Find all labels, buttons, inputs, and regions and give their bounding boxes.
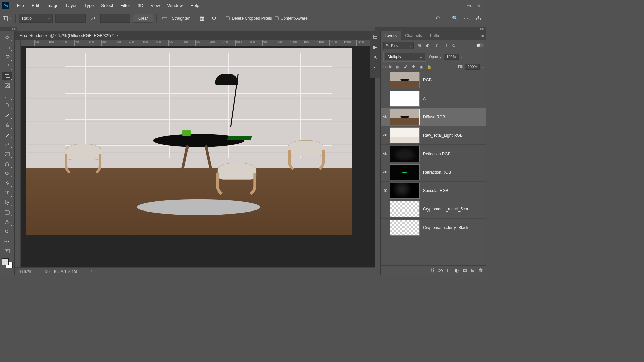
zoom-tool[interactable]: [2, 227, 12, 236]
visibility-eye-icon[interactable]: 👁: [381, 170, 390, 175]
document-tab[interactable]: Final Render.exr @ 66.7% (Diffuse.RGB, R…: [15, 31, 375, 40]
frame-tool[interactable]: [2, 81, 12, 90]
character-panel-icon[interactable]: A: [373, 55, 377, 60]
type-tool[interactable]: T: [2, 188, 12, 197]
tab-paths[interactable]: Paths: [426, 31, 444, 40]
crop-width-field[interactable]: [55, 14, 86, 23]
layer-row[interactable]: 👁Reflection.RGB: [381, 145, 486, 163]
layer-group-icon[interactable]: 🗀: [463, 268, 467, 273]
menu-select[interactable]: Select: [97, 3, 117, 8]
menu-type[interactable]: Type: [80, 3, 97, 8]
layer-name[interactable]: Cryptomatt..._metal_5cm: [423, 207, 468, 212]
layer-thumbnail[interactable]: [390, 183, 420, 199]
visibility-eye-icon[interactable]: 👁: [381, 151, 390, 157]
layer-row[interactable]: A: [381, 89, 486, 108]
lock-artboard-icon[interactable]: ▣: [418, 64, 424, 69]
pen-tool[interactable]: [2, 179, 12, 187]
lasso-tool[interactable]: [2, 52, 12, 61]
minimize-icon[interactable]: —: [456, 3, 461, 8]
canvas-viewport[interactable]: [21, 46, 375, 267]
fill-value[interactable]: 100%: [465, 64, 480, 70]
rectangle-tool[interactable]: [2, 208, 12, 217]
magic-wand-tool[interactable]: [2, 62, 12, 71]
layer-thumbnail[interactable]: [390, 201, 420, 217]
blend-mode-dropdown[interactable]: Multiply: [385, 53, 425, 60]
ruler-vertical[interactable]: [15, 46, 21, 267]
filter-pixel-icon[interactable]: ▧: [416, 42, 422, 48]
layer-mask-icon[interactable]: ◻: [447, 268, 451, 273]
ratio-dropdown[interactable]: Ratio: [19, 14, 53, 23]
crop-height-field[interactable]: [100, 14, 130, 23]
color-swatches[interactable]: [2, 258, 13, 268]
layer-thumbnail[interactable]: [390, 164, 420, 180]
doc-size[interactable]: Doc: 10.5M/182.1M: [45, 269, 77, 274]
menu-image[interactable]: Image: [43, 3, 62, 8]
move-tool[interactable]: ✥: [2, 33, 12, 42]
link-layers-icon[interactable]: ⛓: [430, 268, 434, 273]
brush-tool[interactable]: [2, 111, 12, 119]
ruler-origin[interactable]: [15, 40, 21, 46]
eraser-tool[interactable]: [2, 140, 12, 148]
workspace-switcher-icon[interactable]: ▭⌄: [464, 16, 470, 21]
layer-name[interactable]: Refraction.RGB: [423, 170, 451, 175]
quickmask-icon[interactable]: [2, 247, 12, 255]
swap-dimensions-icon[interactable]: ⇄: [88, 14, 98, 23]
layer-name[interactable]: Reflection.RGB: [423, 152, 451, 156]
gradient-tool[interactable]: [2, 149, 12, 158]
menu-help[interactable]: Help: [186, 3, 203, 8]
layer-name[interactable]: Diffuse.RGB: [423, 115, 445, 119]
dodge-tool[interactable]: [2, 169, 12, 178]
layer-name[interactable]: Specular.RGB: [423, 188, 448, 193]
filter-adjustment-icon[interactable]: ◐: [424, 42, 431, 48]
eyedropper-tool[interactable]: [2, 91, 12, 100]
zoom-level[interactable]: 66.67%: [19, 269, 31, 274]
opacity-value[interactable]: 100%: [444, 54, 459, 60]
layer-name[interactable]: Raw_Total_Light.RGB: [423, 133, 463, 138]
crop-settings-icon[interactable]: ⚙: [209, 14, 219, 23]
visibility-eye-icon[interactable]: 👁: [381, 114, 390, 120]
lock-position-icon[interactable]: ✥: [410, 64, 416, 69]
filter-shape-icon[interactable]: ▢: [442, 42, 448, 48]
delete-layer-icon[interactable]: 🗑: [479, 268, 483, 273]
history-brush-tool[interactable]: [2, 130, 12, 139]
layer-thumbnail[interactable]: [390, 90, 420, 107]
filter-type-icon[interactable]: T: [433, 42, 440, 48]
healing-brush-tool[interactable]: [2, 101, 12, 110]
straighten-icon[interactable]: [160, 14, 169, 23]
tools-collapse-handle[interactable]: ◀◀: [0, 27, 17, 31]
ruler-horizontal[interactable]: 0501001502002503003504004505005506006507…: [21, 40, 375, 46]
maximize-icon[interactable]: ▭: [467, 3, 471, 8]
adjustment-layer-icon[interactable]: ◐: [455, 268, 459, 273]
menu-filter[interactable]: Filter: [117, 3, 134, 8]
crop-tool-icon[interactable]: ⌄: [3, 14, 12, 23]
marquee-tool[interactable]: [2, 43, 12, 51]
actions-panel-icon[interactable]: ▶: [373, 44, 377, 50]
hand-tool[interactable]: [2, 218, 12, 226]
layer-row[interactable]: RGB: [381, 71, 486, 89]
paragraph-panel-icon[interactable]: ¶: [374, 66, 377, 71]
tab-layers[interactable]: Layers: [381, 31, 401, 40]
clear-button[interactable]: Clear: [133, 14, 153, 23]
layer-thumbnail[interactable]: [390, 127, 420, 143]
overlay-grid-icon[interactable]: ▦: [197, 14, 207, 23]
search-icon[interactable]: 🔍: [452, 15, 459, 21]
filter-toggle[interactable]: [476, 43, 484, 47]
layer-name[interactable]: A: [423, 96, 426, 101]
layer-row[interactable]: Cryptomatte...lurry_Black: [381, 219, 486, 237]
layer-thumbnail[interactable]: [390, 146, 420, 162]
layer-thumbnail[interactable]: [390, 109, 420, 125]
new-layer-icon[interactable]: ⊞: [471, 268, 475, 273]
lock-pixels-icon[interactable]: 🖌: [402, 64, 408, 69]
layer-fx-icon[interactable]: fx▾: [438, 268, 443, 273]
layer-row[interactable]: 👁Diffuse.RGB: [381, 108, 486, 126]
content-aware-checkbox[interactable]: Content-Aware: [275, 16, 308, 21]
path-selection-tool[interactable]: [2, 198, 12, 207]
layer-row[interactable]: 👁Refraction.RGB: [381, 163, 486, 182]
delete-cropped-checkbox[interactable]: Delete Cropped Pixels: [226, 16, 272, 21]
tab-channels[interactable]: Channels: [401, 31, 426, 40]
menu-edit[interactable]: Edit: [28, 3, 43, 8]
history-panel-icon[interactable]: ▤: [373, 34, 377, 39]
fill-control[interactable]: Fill: 100% ⌄: [458, 64, 484, 70]
layer-name[interactable]: RGB: [423, 78, 432, 82]
visibility-eye-icon[interactable]: 👁: [381, 188, 390, 193]
